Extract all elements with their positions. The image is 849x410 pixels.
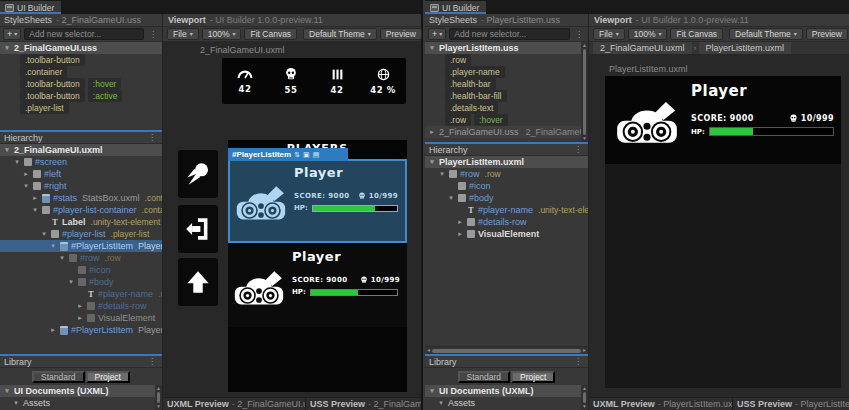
expander-closed-icon[interactable]: ▸ — [76, 314, 84, 322]
expander-open-icon[interactable]: ▾ — [428, 44, 436, 52]
scroll-down-icon[interactable]: ▼ — [156, 404, 161, 409]
add-selector-button[interactable]: + ▾ — [428, 28, 446, 40]
breadcrumb-item-current[interactable]: PlayerListItem.uxml — [699, 42, 792, 54]
file-menu-button[interactable]: File ▾ — [167, 28, 199, 40]
kebab-menu-icon[interactable]: ⋮ — [147, 30, 159, 39]
library-tab-standard[interactable]: Standard — [32, 371, 85, 383]
hierarchy-row[interactable]: ▸#PlayerListItemPlayerListItem.u — [0, 324, 162, 336]
scrollbar-thumb[interactable] — [583, 392, 586, 403]
preview-button[interactable]: Preview — [806, 28, 848, 40]
scrollbar-thumb[interactable] — [432, 349, 581, 353]
hierarchy-row[interactable]: T#player-name.unity-text-element .u — [425, 204, 588, 216]
stats-box[interactable]: 42 55 42 — [222, 58, 406, 104]
tab-ui-builder-right[interactable]: UI Builder — [425, 1, 486, 14]
expander-open-icon[interactable]: ▾ — [67, 278, 75, 286]
zoom-level-button[interactable]: 100% ▾ — [202, 28, 242, 40]
kebab-menu-icon[interactable]: ⋮ — [146, 357, 158, 366]
hierarchy-row[interactable]: ▸#details-row — [0, 300, 162, 312]
expander-open-icon[interactable]: ▾ — [437, 399, 445, 407]
hierarchy-row[interactable]: TLabel.unity-text-element .unity- — [0, 216, 162, 228]
expander-closed-icon[interactable]: ▸ — [456, 218, 464, 226]
player-list-item-preview[interactable]: Player SCORE: 9000 10/999 HP: — [605, 76, 841, 164]
stylesheet-root-row[interactable]: ▾PlayerListItem.uss — [425, 42, 588, 54]
expander-open-icon[interactable]: ▾ — [40, 230, 48, 238]
add-selector-input[interactable] — [449, 28, 570, 40]
hierarchy-row[interactable]: ▾#screen — [0, 156, 162, 168]
zoom-level-button[interactable]: 100% ▾ — [628, 28, 668, 40]
selector-row[interactable]: .details-text — [425, 102, 588, 114]
expander-closed-icon[interactable]: ▸ — [76, 302, 84, 310]
expander-closed-icon[interactable]: ▸ — [456, 230, 464, 238]
kebab-menu-icon[interactable]: ⋮ — [572, 145, 584, 154]
library-section-row[interactable]: ▾Assets — [425, 397, 588, 409]
exit-toolbar-button[interactable] — [178, 205, 218, 253]
expander-open-icon[interactable]: ▾ — [438, 170, 446, 178]
players-panel[interactable]: PLAYERS #PlayerListItem ⇅ ▣ ▤ — [228, 140, 407, 392]
selector-row[interactable]: .row:hover — [425, 114, 588, 126]
selector-row[interactable]: .health-bar — [425, 78, 588, 90]
expander-open-icon[interactable]: ▾ — [3, 387, 11, 395]
expander-closed-icon[interactable]: ▸ — [22, 170, 30, 178]
scroll-down-icon[interactable]: ▼ — [582, 404, 587, 409]
hierarchy-root-row[interactable]: ▾2_FinalGameUI.uxml — [0, 144, 162, 156]
library-section-row[interactable]: ▾Assets — [0, 397, 162, 409]
library-tab-project[interactable]: Project — [86, 371, 130, 383]
library-tab-project[interactable]: Project — [511, 371, 555, 383]
fit-canvas-button[interactable]: Fit Canvas — [670, 28, 723, 40]
selector-row[interactable]: .toolbar-button — [0, 54, 162, 66]
player-list-item[interactable]: Player SCORE: 9000 10/999 HP: — [228, 245, 407, 327]
scrollbar-thumb[interactable] — [157, 392, 160, 403]
selection-header-tab[interactable]: #PlayerListItem ⇅ ▣ ▤ — [228, 148, 348, 161]
library-section-row[interactable]: ▾UI Documents (UXML) — [0, 385, 162, 397]
hierarchy-row[interactable]: ▾#row.row — [0, 252, 162, 264]
hierarchy-row[interactable]: ▾#row.row — [425, 168, 588, 180]
selector-row[interactable]: .health-bar-fill — [425, 90, 588, 102]
expander-open-icon[interactable]: ▾ — [447, 194, 455, 202]
file-menu-button[interactable]: File ▾ — [593, 28, 625, 40]
hierarchy-row[interactable]: #icon — [425, 180, 588, 192]
library-section-row[interactable]: ▾UI Documents (UXML) — [425, 385, 588, 397]
expander-closed-icon[interactable]: ▸ — [428, 128, 436, 136]
hierarchy-row[interactable]: ▾#PlayerListItemPlayerListItem.u — [0, 240, 162, 252]
comet-toolbar-button[interactable] — [178, 150, 218, 198]
vertical-scrollbar[interactable]: ▲▼ — [581, 42, 588, 142]
hierarchy-row[interactable]: ▸#left — [0, 168, 162, 180]
expander-open-icon[interactable]: ▾ — [22, 182, 30, 190]
scroll-up-icon[interactable]: ▲ — [582, 43, 587, 48]
hierarchy-row[interactable]: ▸#details-row — [425, 216, 588, 228]
add-selector-button[interactable]: + ▾ — [3, 28, 21, 40]
hierarchy-root-row[interactable]: ▾PlayerListItem.uxml — [425, 156, 588, 168]
selector-row[interactable]: .toolbar-button:active — [0, 90, 162, 102]
hierarchy-row[interactable]: ▾#body — [0, 276, 162, 288]
expander-open-icon[interactable]: ▾ — [31, 206, 39, 214]
hierarchy-row[interactable]: ▸VisualElement — [0, 312, 162, 324]
hierarchy-row[interactable]: ▾#player-list.player-list — [0, 228, 162, 240]
expander-open-icon[interactable]: ▾ — [49, 242, 57, 250]
player-list-item-selected[interactable]: Player SCORE: 9000 10/999 HP: — [228, 159, 407, 243]
expander-closed-icon[interactable]: ▸ — [31, 194, 39, 202]
hierarchy-row[interactable]: T#player-name.unity-text- — [0, 288, 162, 300]
up-toolbar-button[interactable] — [178, 258, 218, 306]
scrollbar-thumb[interactable] — [583, 49, 586, 135]
expander-open-icon[interactable]: ▾ — [3, 44, 11, 52]
hierarchy-row[interactable]: ▸VisualElement — [425, 228, 588, 240]
add-selector-input[interactable] — [24, 28, 144, 40]
selector-row[interactable]: .player-list — [0, 102, 162, 114]
expander-closed-icon[interactable]: ▸ — [49, 326, 57, 334]
expander-open-icon[interactable]: ▾ — [13, 158, 21, 166]
scroll-right-icon[interactable]: ► — [582, 348, 587, 353]
reorder-icon[interactable]: ⇅ — [294, 151, 300, 159]
theme-select[interactable]: Default Theme ▾ — [303, 28, 377, 40]
vertical-scrollbar[interactable]: ▲▼ — [581, 385, 588, 410]
kebab-menu-icon[interactable]: ⋮ — [572, 357, 584, 366]
stylesheet-root-row[interactable]: ▾2_FinalGameUI.uss — [0, 42, 162, 54]
hierarchy-row[interactable]: #icon — [0, 264, 162, 276]
expander-open-icon[interactable]: ▾ — [428, 158, 436, 166]
inactive-stylesheet-row[interactable]: ▸2_FinalGameUI.uss2_FinalGameUI.uxml — [425, 126, 588, 138]
hierarchy-row[interactable]: ▾#right — [0, 180, 162, 192]
horizontal-scrollbar[interactable]: ◄ ► — [425, 346, 588, 354]
hierarchy-row[interactable]: ▾#body — [425, 192, 588, 204]
expander-open-icon[interactable]: ▾ — [428, 387, 436, 395]
library-tab-standard[interactable]: Standard — [458, 371, 511, 383]
scroll-left-icon[interactable]: ◄ — [426, 348, 431, 353]
